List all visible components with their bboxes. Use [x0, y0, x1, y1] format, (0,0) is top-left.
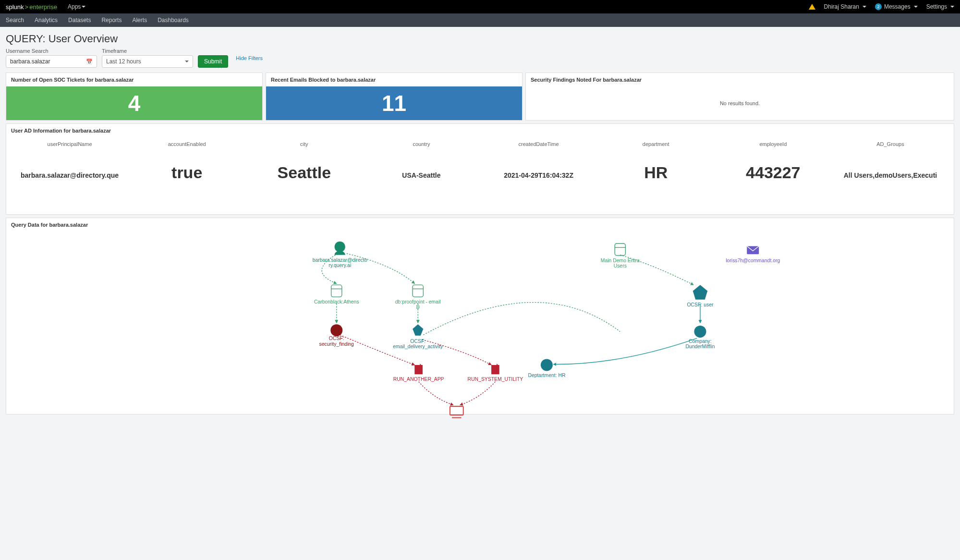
caret-down-icon: [914, 6, 918, 8]
ad-column: countryUSA-Seattle: [363, 141, 480, 197]
svg-rect-27: [615, 243, 625, 256]
ad-header: department: [643, 141, 669, 147]
graph-node-user[interactable]: barbara.salazar@directo ry.query.ai: [313, 242, 367, 268]
panel-title: Number of Open SOC Tickets for barbara.s…: [6, 73, 262, 86]
ad-column: userPrincipalNamebarbara.salazar@directo…: [11, 141, 128, 197]
graph-node-host-1[interactable]: 172.14.16.10: [442, 406, 471, 420]
ad-column: employeeId443227: [715, 141, 832, 197]
svg-rect-3: [331, 285, 342, 297]
svg-text:D: D: [416, 304, 420, 310]
settings-menu[interactable]: Settings: [926, 3, 954, 10]
ad-column: createdDateTime2021-04-29T16:04:32Z: [480, 141, 597, 197]
caret-down-icon: [82, 6, 85, 8]
hide-filters-link[interactable]: Hide Filters: [236, 55, 263, 61]
panel-title: Recent Emails Blocked to barbara.salazar: [266, 73, 522, 86]
ad-header: createdDateTime: [519, 141, 559, 147]
ad-value: barbara.salazar@directory.que: [21, 171, 119, 179]
graph-node-run-system-utility[interactable]: RUN_SYSTEM_UTILITY: [468, 364, 523, 382]
svg-text:OCSF:: OCSF:: [329, 336, 344, 341]
svg-point-36: [541, 359, 553, 371]
graph-node-carbonblack[interactable]: Carbonblack:Athens: [314, 285, 359, 304]
svg-text:ry.query.ai: ry.query.ai: [328, 263, 351, 268]
panel-soc-tickets: Number of Open SOC Tickets for barbara.s…: [6, 73, 263, 121]
emails-count: 11: [266, 86, 522, 120]
graph-node-department[interactable]: Deptartment: HR: [528, 359, 566, 378]
nav-analytics[interactable]: Analytics: [35, 17, 58, 24]
graph-node-proofpoint[interactable]: db:proofpoint - email D: [395, 285, 441, 310]
timeframe-label: Timeframe: [102, 48, 193, 54]
caret-down-icon: [950, 6, 954, 8]
ad-value: 2021-04-29T16:04:32Z: [504, 171, 573, 179]
ad-header: city: [300, 141, 308, 147]
brand-splunk: splunk: [6, 3, 24, 11]
ad-value: USA-Seattle: [402, 171, 440, 179]
apps-menu[interactable]: Apps: [68, 3, 85, 10]
ad-value: HR: [644, 163, 668, 182]
ad-header: employeeId: [759, 141, 787, 147]
ad-column: AD_GroupsAll Users,demoUsers,Executi: [832, 141, 949, 197]
svg-text:Carbonblack:Athens: Carbonblack:Athens: [314, 299, 359, 304]
ad-header: AD_Groups: [876, 141, 904, 147]
username-input[interactable]: barbara.salazar 📅: [6, 55, 97, 68]
ad-value: true: [171, 163, 202, 182]
apps-label: Apps: [68, 3, 81, 10]
svg-text:db:proofpoint - email: db:proofpoint - email: [395, 299, 441, 304]
messages-label: Messages: [884, 3, 911, 10]
user-menu[interactable]: Dhiraj Sharan: [824, 3, 866, 10]
nav-search[interactable]: Search: [6, 17, 24, 24]
panel-title: User AD Information for barbara.salazar: [6, 124, 954, 137]
brand-enterprise: enterprise: [29, 3, 57, 11]
svg-point-33: [694, 326, 706, 338]
page-title: QUERY: User Overview: [6, 33, 954, 45]
graph-node-ocsf-user[interactable]: OCSF: user: [687, 285, 714, 307]
nav-reports[interactable]: Reports: [101, 17, 122, 24]
graph-svg[interactable]: barbara.salazar@directo ry.query.ai Carb…: [6, 231, 954, 420]
svg-text:Main Demo Entra: Main Demo Entra: [601, 258, 640, 263]
messages-menu[interactable]: 2 Messages: [875, 3, 918, 10]
panel-security-findings: Security Findings Noted For barbara.sala…: [525, 73, 954, 121]
ad-column: citySeattle: [245, 141, 363, 197]
brand: splunk > enterprise: [6, 3, 57, 11]
username-label: Username Search: [6, 48, 97, 54]
soc-count: 4: [6, 86, 262, 120]
calendar-icon: 📅: [86, 59, 93, 65]
panel-title: Query Data for barbara.salazar: [6, 218, 954, 231]
svg-text:OCSF: user: OCSF: user: [687, 302, 714, 307]
svg-text:DunderMifflin: DunderMifflin: [685, 344, 715, 349]
ad-header: country: [413, 141, 430, 147]
svg-rect-19: [450, 406, 463, 415]
svg-text:RUN_SYSTEM_UTILITY: RUN_SYSTEM_UTILITY: [468, 377, 523, 382]
svg-text:email_delivery_activity: email_delivery_activity: [393, 344, 443, 349]
graph-node-company[interactable]: Company: DunderMifflin: [685, 326, 715, 349]
alert-indicator[interactable]: [809, 4, 815, 10]
nav-datasets[interactable]: Datasets: [68, 17, 91, 24]
graph-node-email-address[interactable]: loriss7h@commandt.org: [726, 246, 780, 263]
svg-text:RUN_ANOTHER_APP: RUN_ANOTHER_APP: [393, 377, 444, 382]
svg-text:Deptartment: HR: Deptartment: HR: [528, 373, 566, 378]
graph-node-email-delivery[interactable]: OCSF: email_delivery_activity: [393, 324, 443, 349]
svg-text:security_finding: security_finding: [319, 341, 354, 347]
timeframe-select[interactable]: Last 12 hours: [102, 55, 193, 68]
graph-node-entra[interactable]: Main Demo Entra Users: [601, 243, 640, 268]
secondary-nav: Search Analytics Datasets Reports Alerts…: [0, 13, 960, 27]
settings-label: Settings: [926, 3, 947, 10]
panel-emails-blocked: Recent Emails Blocked to barbara.salazar…: [266, 73, 523, 121]
panel-title: Security Findings Noted For barbara.sala…: [526, 73, 954, 86]
submit-button[interactable]: Submit: [198, 55, 228, 68]
svg-text:!: !: [336, 327, 337, 332]
svg-marker-14: [413, 324, 423, 336]
graph-node-run-another-app[interactable]: RUN_ANOTHER_APP: [393, 364, 444, 382]
chevron-down-icon: [185, 61, 189, 62]
caret-down-icon: [863, 6, 866, 8]
nav-alerts[interactable]: Alerts: [132, 17, 147, 24]
svg-marker-31: [693, 285, 708, 300]
svg-text:Users: Users: [614, 263, 627, 268]
svg-text:loriss7h@commandt.org: loriss7h@commandt.org: [726, 258, 780, 263]
user-name: Dhiraj Sharan: [824, 3, 859, 10]
brand-caret: >: [25, 3, 29, 11]
graph-node-security-finding[interactable]: ! OCSF: security_finding: [319, 324, 354, 346]
warning-icon: [809, 4, 815, 10]
nav-dashboards[interactable]: Dashboards: [158, 17, 189, 24]
panel-query-graph: Query Data for barbara.salazar: [6, 218, 954, 414]
svg-text:Company:: Company:: [689, 339, 711, 344]
